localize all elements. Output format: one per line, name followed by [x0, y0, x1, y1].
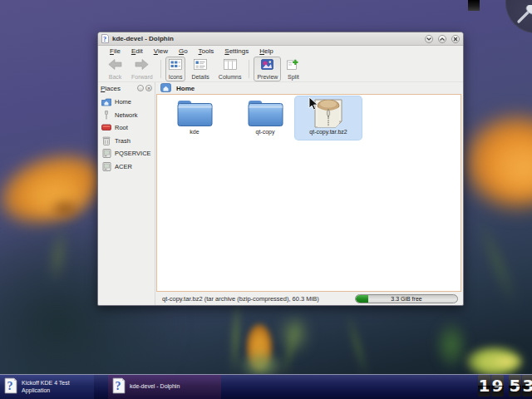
close-button[interactable]: [451, 35, 460, 43]
forward-arrow-icon: [135, 58, 149, 73]
disk-capacity-bar: 3.3 GiB free: [355, 294, 458, 303]
drive-icon: [101, 149, 111, 158]
window-body: Places ◌ ✕ Home: [98, 82, 463, 305]
menu-file[interactable]: File: [110, 47, 121, 55]
minimize-button[interactable]: [425, 35, 433, 43]
menu-tools[interactable]: Tools: [199, 47, 214, 55]
details-view-button[interactable]: Details: [188, 57, 212, 81]
statusbar: qt-copy.tar.bz2 (tar archive (bzip-compr…: [155, 292, 463, 305]
place-home[interactable]: Home: [98, 96, 155, 109]
places-panel-header: Places ◌ ✕: [98, 82, 155, 94]
maximize-button[interactable]: [438, 35, 446, 43]
menu-view[interactable]: View: [154, 47, 168, 55]
columns-view-button[interactable]: Columns: [215, 57, 245, 81]
window-title: kde-devel - Dolphin: [112, 35, 174, 42]
file-name: kde: [190, 129, 199, 135]
details-view-icon: [194, 58, 207, 73]
clock-digit: 9: [491, 375, 504, 397]
columns-view-icon: [224, 58, 237, 73]
main-column: Home: [155, 82, 463, 305]
toolbar-separator: [249, 60, 249, 78]
places-list: Home Network: [98, 94, 155, 305]
breadcrumb: Home: [155, 82, 463, 94]
status-info-text: qt-copy.tar.bz2 (tar archive (bzip-compr…: [162, 295, 348, 303]
menu-help[interactable]: Help: [259, 47, 273, 55]
panel-float-button[interactable]: ◌: [137, 85, 144, 91]
task-label: kde-devel - Dolphin: [130, 383, 180, 391]
place-trash[interactable]: Trash: [98, 135, 155, 148]
task-label: Kickoff KDE 4 Test Application: [22, 380, 90, 395]
panel-close-button[interactable]: ✕: [145, 85, 152, 91]
question-doc-icon: ?: [4, 377, 17, 397]
mouse-cursor: [308, 96, 318, 115]
desktop-widget-artifact: [468, 0, 480, 11]
clock-separator: [505, 375, 508, 397]
wallpaper-green-bud: [279, 314, 309, 354]
clock-digit: 5: [509, 375, 521, 397]
file-view[interactable]: kde qt-copy: [156, 94, 461, 292]
clock-digit: 1: [478, 375, 490, 397]
preview-icon: [261, 58, 273, 73]
root-drive-icon: [101, 123, 111, 132]
trash-icon: [101, 136, 111, 145]
file-item-kde[interactable]: kde: [161, 96, 228, 140]
place-network[interactable]: Network: [98, 109, 155, 122]
svg-text:?: ?: [115, 380, 121, 392]
wallpaper-bottom-right-stamens: [490, 353, 524, 370]
network-icon: [101, 111, 111, 120]
menu-edit[interactable]: Edit: [131, 47, 143, 55]
menu-go[interactable]: Go: [179, 47, 188, 55]
place-pqservice[interactable]: PQSERVICE: [98, 147, 155, 160]
icons-view-button[interactable]: Icons: [165, 57, 186, 81]
places-panel-title: Places: [101, 85, 135, 92]
preview-button[interactable]: Preview: [254, 57, 281, 81]
home-folder-icon: [101, 97, 111, 106]
file-item-qt-copy[interactable]: qt-copy: [232, 96, 298, 140]
wallpaper-left-flower-center: [48, 198, 81, 219]
desktop: ? kde-devel - Dolphin File Edit View Go …: [0, 0, 532, 399]
file-name: qt-copy.tar.bz2: [309, 129, 347, 135]
taskbar: ? Kickoff KDE 4 Test Application ? kde-d…: [0, 374, 532, 399]
split-view-button[interactable]: Split: [283, 57, 303, 81]
forward-button[interactable]: Forward: [128, 57, 156, 81]
file-item-qt-copy-archive[interactable]: qt-copy.tar.bz2: [295, 96, 362, 140]
menubar: File Edit View Go Tools Settings Help: [98, 46, 463, 57]
split-view-icon: [287, 58, 299, 73]
back-arrow-icon: [108, 58, 122, 73]
place-root[interactable]: Root: [98, 121, 155, 135]
file-name: qt-copy: [256, 129, 275, 135]
clock-digit: 3: [522, 375, 532, 397]
breadcrumb-location[interactable]: Home: [176, 85, 195, 92]
svg-text:?: ?: [103, 35, 106, 42]
digital-clock[interactable]: 1 9 5 3: [478, 375, 532, 397]
dolphin-window: ? kde-devel - Dolphin File Edit View Go …: [97, 32, 464, 306]
place-acer[interactable]: ACER: [98, 160, 155, 174]
places-panel: Places ◌ ✕ Home: [98, 82, 155, 305]
task-dolphin[interactable]: ? kde-devel - Dolphin: [108, 375, 221, 399]
toolbar-separator: [160, 60, 161, 78]
disk-free-label: 3.3 GiB free: [356, 295, 457, 303]
question-doc-icon: ?: [112, 377, 126, 397]
folder-icon: [247, 96, 284, 128]
menu-settings[interactable]: Settings: [224, 47, 249, 55]
drive-icon: [101, 162, 111, 171]
svg-text:?: ?: [7, 380, 12, 392]
folder-icon: [176, 96, 214, 128]
window-icon: ?: [101, 32, 109, 47]
titlebar[interactable]: ? kde-devel - Dolphin: [98, 32, 463, 46]
back-button[interactable]: Back: [105, 57, 126, 81]
icons-view-icon: [169, 58, 182, 73]
toolbar: Back Forward Icons: [98, 57, 463, 82]
task-kickoff[interactable]: ? Kickoff KDE 4 Test Application: [0, 375, 94, 399]
